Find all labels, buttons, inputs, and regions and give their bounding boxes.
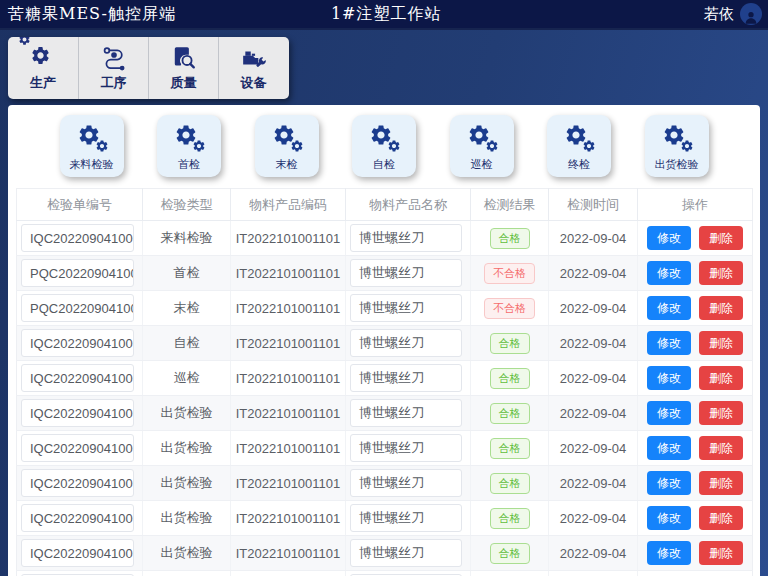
user-menu[interactable]: 若依 xyxy=(704,0,762,28)
result-badge: 合格 xyxy=(490,333,530,354)
avatar[interactable] xyxy=(740,3,762,25)
date-cell: 2022-09-04 xyxy=(549,396,638,431)
app-title: 苦糖果MES-触控屏端 xyxy=(8,4,176,25)
edit-button[interactable]: 修改 xyxy=(647,401,691,425)
material-code-cell: IT2022101001101 xyxy=(231,291,346,326)
column-header: 操作 xyxy=(638,189,753,221)
result-badge: 不合格 xyxy=(484,263,535,284)
order-no-cell: IQC202209041001 xyxy=(21,329,134,357)
edit-button[interactable]: 修改 xyxy=(647,261,691,285)
delete-button[interactable]: 删除 xyxy=(699,436,743,460)
toolbar-item-equipment[interactable]: 设备 xyxy=(218,37,288,99)
material-code-cell: IT2022101001101 xyxy=(231,221,346,256)
order-no-cell: IQC202209041001 xyxy=(21,434,134,462)
edit-button[interactable]: 修改 xyxy=(647,436,691,460)
edit-button[interactable]: 修改 xyxy=(647,541,691,565)
table-row: IQC202209041001 巡检 IT2022101001101 博世螺丝刀… xyxy=(17,361,753,396)
inspection-type-cell: 巡检 xyxy=(143,361,231,396)
material-name-cell: 博世螺丝刀 xyxy=(350,539,462,567)
inspection-table-wrap: 检验单编号检验类型物料产品编码物料产品名称检测结果检测时间操作 IQC20220… xyxy=(16,188,752,576)
date-cell: 2022-09-04 xyxy=(549,361,638,396)
user-name: 若依 xyxy=(704,5,734,24)
delete-button[interactable]: 删除 xyxy=(699,401,743,425)
column-header: 检验类型 xyxy=(143,189,231,221)
toolbar-item-quality[interactable]: 质量 xyxy=(148,37,218,99)
material-code-cell: IT2022101001101 xyxy=(231,361,346,396)
gears-icon xyxy=(30,45,56,71)
order-no-cell: IQC202209041001 xyxy=(21,539,134,567)
inspection-type-cell: 出货检验 xyxy=(143,396,231,431)
inspection-type-cell: 自检 xyxy=(143,326,231,361)
date-cell: 2022-09-04 xyxy=(549,326,638,361)
content-panel: 来料检验 首检 末检 自检 巡检 终检 xyxy=(8,105,760,576)
toolbar-item-production[interactable]: 生产 xyxy=(8,37,78,99)
material-code-cell: IT2022101001101 xyxy=(231,536,346,571)
inspection-type-cell: 出货检验 xyxy=(143,501,231,536)
material-code-cell: IT2022101001101 xyxy=(231,466,346,501)
inspection-button-patrol-inspection[interactable]: 巡检 xyxy=(450,115,514,177)
order-no-cell: PQC202209041001 xyxy=(21,294,134,322)
material-code-cell: IT2022101001101 xyxy=(231,431,346,466)
order-no-cell: IQC202209041001 xyxy=(21,469,134,497)
date-cell: 2022-09-04 xyxy=(549,571,638,576)
delete-button[interactable]: 删除 xyxy=(699,471,743,495)
edit-button[interactable]: 修改 xyxy=(647,471,691,495)
result-badge: 不合格 xyxy=(484,298,535,319)
toolbar-item-process[interactable]: 工序 xyxy=(78,37,148,99)
inspection-button-outgoing-inspection[interactable]: 出货检验 xyxy=(645,115,709,177)
inspection-button-last-inspection[interactable]: 末检 xyxy=(255,115,319,177)
delete-button[interactable]: 删除 xyxy=(699,226,743,250)
table-header-row: 检验单编号检验类型物料产品编码物料产品名称检测结果检测时间操作 xyxy=(17,189,753,221)
date-cell: 2022-09-04 xyxy=(549,536,638,571)
inspection-button-first-inspection[interactable]: 首检 xyxy=(157,115,221,177)
table-row: IQC202209041001 出货检验 IT2022101001101 博世螺… xyxy=(17,396,753,431)
table-row: IQC202209041001 出货检验 IT2022101001101 博世螺… xyxy=(17,501,753,536)
column-header: 检验单编号 xyxy=(17,189,143,221)
column-header: 物料产品名称 xyxy=(346,189,471,221)
inspection-type-cell: 出货检验 xyxy=(143,536,231,571)
quality-icon xyxy=(171,45,197,71)
inspection-button-final-inspection[interactable]: 终检 xyxy=(547,115,611,177)
inspection-type-cell: 首检 xyxy=(143,256,231,291)
result-badge: 合格 xyxy=(490,543,530,564)
device-icon xyxy=(241,45,267,71)
edit-button[interactable]: 修改 xyxy=(647,331,691,355)
table-row: IQC202209041001 来料检验 IT2022101001101 博世螺… xyxy=(17,221,753,256)
result-badge: 合格 xyxy=(490,368,530,389)
material-code-cell: IT2022101001101 xyxy=(231,256,346,291)
edit-button[interactable]: 修改 xyxy=(647,226,691,250)
edit-button[interactable]: 修改 xyxy=(647,296,691,320)
date-cell: 2022-09-04 xyxy=(549,256,638,291)
main-toolbar: 生产 工序 质量 设备 xyxy=(8,37,289,99)
person-icon xyxy=(743,9,759,25)
inspection-button-self-inspection[interactable]: 自检 xyxy=(352,115,416,177)
material-name-cell: 博世螺丝刀 xyxy=(350,504,462,532)
result-badge: 合格 xyxy=(490,228,530,249)
date-cell: 2022-09-04 xyxy=(549,466,638,501)
date-cell: 2022-09-04 xyxy=(549,431,638,466)
inspection-type-cell: 出货检验 xyxy=(143,431,231,466)
material-code-cell: IT2022101001101 xyxy=(231,396,346,431)
table-row: IQC202209041001 出货检验 IT2022101001101 博世螺… xyxy=(17,536,753,571)
edit-button[interactable]: 修改 xyxy=(647,366,691,390)
table-row: IQC202209041001 自检 IT2022101001101 博世螺丝刀… xyxy=(17,326,753,361)
inspection-type-cell: 出货检验 xyxy=(143,571,231,576)
inspection-type-cell: 末检 xyxy=(143,291,231,326)
material-name-cell: 博世螺丝刀 xyxy=(350,294,462,322)
delete-button[interactable]: 删除 xyxy=(699,506,743,530)
delete-button[interactable]: 删除 xyxy=(699,541,743,565)
material-name-cell: 博世螺丝刀 xyxy=(350,364,462,392)
inspection-type-cell: 出货检验 xyxy=(143,466,231,501)
result-badge: 合格 xyxy=(490,403,530,424)
order-no-cell: PQC202209041001 xyxy=(21,259,134,287)
result-badge: 合格 xyxy=(490,473,530,494)
table-row: PQC202209041001 末检 IT2022101001101 博世螺丝刀… xyxy=(17,291,753,326)
delete-button[interactable]: 删除 xyxy=(699,261,743,285)
inspection-button-incoming-inspection[interactable]: 来料检验 xyxy=(60,115,124,177)
delete-button[interactable]: 删除 xyxy=(699,366,743,390)
inspection-type-cell: 来料检验 xyxy=(143,221,231,256)
edit-button[interactable]: 修改 xyxy=(647,506,691,530)
gears-icon xyxy=(174,123,204,151)
delete-button[interactable]: 删除 xyxy=(699,331,743,355)
delete-button[interactable]: 删除 xyxy=(699,296,743,320)
